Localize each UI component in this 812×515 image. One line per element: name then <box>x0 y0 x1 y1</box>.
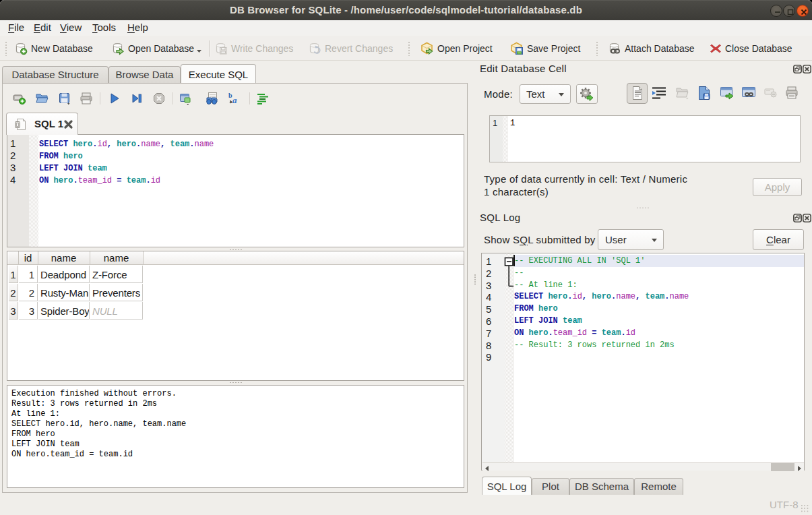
svg-text:a: a <box>232 95 237 105</box>
